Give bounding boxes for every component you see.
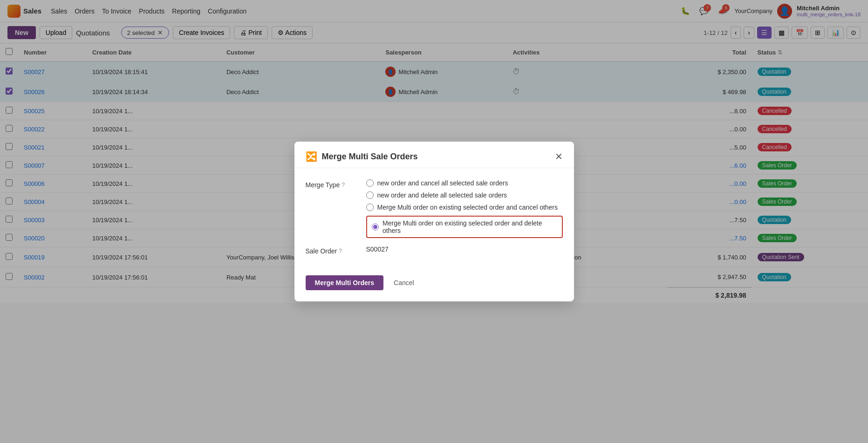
modal-header: 🔀 Merge Multi Sale Orders ✕ [294,142,574,168]
merge-type-radio-group: new order and cancel all selected sale o… [366,179,563,238]
modal-footer: Merge Multi Orders Cancel [294,268,574,301]
modal-overlay[interactable]: 🔀 Merge Multi Sale Orders ✕ Merge Type ?… [0,0,868,303]
radio-input-1[interactable] [366,179,374,187]
modal-title-row: 🔀 Merge Multi Sale Orders [306,151,418,162]
radio-label-4: Merge Multi order on existing selected o… [383,219,557,234]
merge-modal-icon: 🔀 [306,151,317,162]
radio-label-1: new order and cancel all selected sale o… [377,179,508,187]
sale-order-help-icon[interactable]: ? [339,248,342,254]
sale-order-row: Sale Order ? S00027 [306,245,563,255]
merge-type-row: Merge Type ? new order and cancel all se… [306,179,563,238]
radio-option-4[interactable]: Merge Multi order on existing selected o… [366,216,563,238]
merge-type-label: Merge Type ? [306,179,366,189]
radio-input-2[interactable] [366,191,374,199]
cancel-modal-button[interactable]: Cancel [388,275,420,290]
radio-input-3[interactable] [366,204,374,211]
modal-body: Merge Type ? new order and cancel all se… [294,168,574,268]
radio-input-4[interactable] [372,223,379,231]
radio-option-2[interactable]: new order and delete all selected sale o… [366,191,563,199]
radio-label-3: Merge Multi order on existing selected o… [377,204,558,211]
modal-title: Merge Multi Sale Orders [322,152,418,162]
radio-label-2: new order and delete all selected sale o… [377,191,507,199]
radio-option-3[interactable]: Merge Multi order on existing selected o… [366,204,563,211]
merge-multi-orders-button[interactable]: Merge Multi Orders [306,275,384,290]
radio-option-1[interactable]: new order and cancel all selected sale o… [366,179,563,187]
sale-order-value: S00027 [366,245,389,253]
modal-close-button[interactable]: ✕ [555,151,563,162]
merge-modal: 🔀 Merge Multi Sale Orders ✕ Merge Type ?… [294,142,574,301]
merge-type-help-icon[interactable]: ? [342,182,345,188]
sale-order-label: Sale Order ? [306,245,366,255]
